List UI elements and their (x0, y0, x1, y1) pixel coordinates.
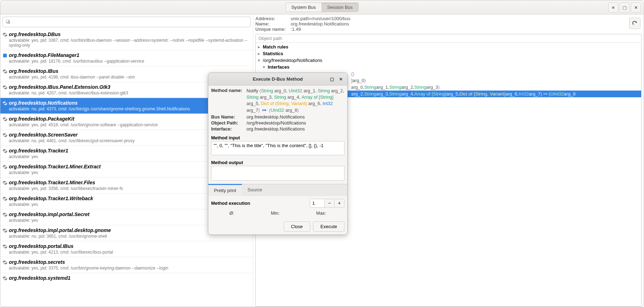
expander-icon: ▾ (263, 64, 267, 70)
gear-icon (2, 243, 9, 255)
address-label: Address: (255, 16, 291, 21)
search-input[interactable] (2, 17, 251, 27)
dialog-title-text: Execute D-Bus Method (253, 76, 303, 82)
execution-count-input[interactable] (310, 199, 324, 207)
output-tabs: Pretty print Source (208, 184, 347, 196)
tree-statistics[interactable]: ▸Statistics (256, 50, 641, 57)
bus-name: org.freedesktop.FileManager1 (9, 52, 250, 58)
dialog-maximize-icon[interactable]: ▢ (327, 75, 336, 83)
execution-stats: Ø: Min: Max: (208, 210, 347, 219)
spinner-minus-button[interactable]: − (324, 199, 334, 207)
bus-subtitle: activatable: yes, pid: 3375, cmd: /usr/b… (9, 266, 250, 271)
gear-icon (2, 84, 9, 95)
expander-icon: ▸ (258, 51, 262, 56)
tree-match-rules[interactable]: ▸Match rules (256, 44, 641, 50)
dialog-close-icon[interactable]: ✕ (337, 75, 345, 83)
tree-column-header[interactable]: Object path (256, 34, 641, 43)
gear-icon (2, 132, 9, 143)
interface-value: org.freedesktop.Notifications (246, 126, 344, 132)
object-path-value: /org/freedesktop/Notifications (246, 120, 344, 126)
gear-icon (2, 31, 9, 48)
gear-icon (2, 68, 9, 80)
svg-rect-0 (3, 54, 7, 58)
method-output-textarea[interactable] (211, 166, 344, 181)
tree-object-path[interactable]: ▾/org/freedesktop/Notifications (256, 57, 641, 64)
execute-button[interactable]: Execute (313, 221, 344, 232)
bus-name: org.freedesktop.systemd1 (9, 275, 250, 281)
method-name-label: Method name: (211, 88, 245, 114)
object-path-label: Object Path: (211, 120, 245, 126)
close-icon[interactable]: ✕ (631, 2, 641, 12)
unique-name-label: Unique name: (255, 27, 291, 32)
bus-subtitle: activatable: yes, pid: 4213, cmd: /usr/l… (9, 250, 250, 255)
name-label: Name: (255, 21, 291, 27)
gear-icon (2, 275, 9, 281)
maximize-icon[interactable]: ▢ (620, 2, 630, 12)
bus-list-item[interactable]: org.freedesktop.systemd1 (0, 273, 253, 283)
interface-label: Interface: (211, 126, 245, 132)
method-input-label: Method input (208, 134, 347, 141)
bus-subtitle: activatable: yes, pid: 18176, cmd: /usr/… (9, 59, 250, 64)
method-output-label: Method output (208, 158, 347, 166)
bus-list-item[interactable]: org.freedesktop.secretsactivatable: yes,… (0, 257, 253, 273)
bus-list-item[interactable]: org.freedesktop.FileManager1activatable:… (0, 50, 253, 66)
gear-icon (2, 259, 9, 271)
refresh-icon (632, 21, 637, 26)
close-button[interactable]: Close (284, 221, 310, 232)
application-icon (2, 52, 9, 64)
address-value: unix:path=/run/user/1000/bus (291, 16, 350, 21)
execute-method-dialog: Execute D-Bus Method ▢ ✕ Method name: No… (208, 73, 348, 235)
gear-icon (2, 116, 9, 127)
expander-icon: ▸ (258, 44, 262, 50)
name-value: org.freedesktop.Notifications (291, 21, 349, 27)
stat-avg: Ø: (230, 210, 234, 216)
gear-icon (2, 196, 9, 207)
gear-icon (2, 164, 9, 175)
tab-source[interactable]: Source (242, 184, 268, 196)
gear-icon (2, 180, 9, 191)
session-bus-tab[interactable]: Session Bus (321, 3, 358, 12)
refresh-button[interactable] (629, 18, 640, 29)
bus-name: org.freedesktop.portal.IBus (9, 243, 250, 249)
method-input-textarea[interactable] (211, 141, 344, 155)
bus-name: org.freedesktop.DBus (9, 31, 250, 37)
gear-icon (2, 100, 9, 111)
titlebar: System Bus Session Bus ≡ ▢ ✕ (0, 0, 644, 15)
gear-icon (2, 227, 9, 239)
dialog-titlebar[interactable]: Execute D-Bus Method ▢ ✕ (208, 73, 347, 86)
bus-name-value: org.freedesktop.Notifications (246, 114, 344, 120)
system-bus-tab[interactable]: System Bus (286, 3, 321, 12)
tree-interfaces[interactable]: ▾Interfaces (256, 64, 641, 70)
expander-icon: ▾ (258, 58, 262, 63)
method-execution-label: Method execution (211, 201, 250, 206)
stat-max: Max: (316, 210, 326, 216)
stat-min: Min: (271, 210, 280, 216)
hamburger-icon[interactable]: ≡ (608, 2, 618, 12)
bus-list-item[interactable]: org.freedesktop.portal.IBusactivatable: … (0, 241, 253, 257)
unique-name-value: :1.49 (291, 27, 301, 32)
tab-pretty-print[interactable]: Pretty print (208, 184, 242, 196)
connection-info: Address:unix:path=/run/user/1000/bus Nam… (255, 16, 642, 32)
spinner-plus-button[interactable]: + (334, 199, 344, 207)
bus-name-label: Bus Name: (211, 114, 245, 120)
gear-icon (2, 148, 9, 159)
method-signature: Notify (String arg_0, UInt32 arg_1, Stri… (246, 88, 344, 114)
bus-subtitle: activatable: yes, pid: 3367, cmd: /usr/b… (9, 38, 250, 48)
search-icon (6, 19, 11, 24)
gear-icon (2, 212, 9, 223)
bus-switcher: System Bus Session Bus (285, 2, 359, 12)
bus-name: org.freedesktop.secrets (9, 259, 250, 265)
bus-list-item[interactable]: org.freedesktop.DBusactivatable: yes, pi… (0, 29, 253, 50)
execution-count-spinner[interactable]: − + (310, 199, 344, 208)
